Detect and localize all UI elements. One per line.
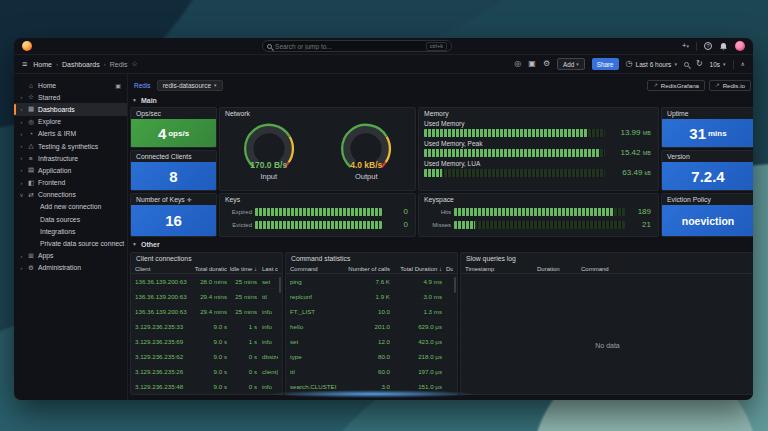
search-box[interactable]: ctrl+k [262,40,452,52]
column-header[interactable]: Number of calls [342,266,390,272]
cell-command: ping [290,278,342,285]
sidebar-item[interactable]: › ⚙ Administration [14,262,127,274]
panels-icon[interactable]: ▣ [528,60,536,68]
dashboard-link[interactable]: ↗RedisGrafana [647,80,705,91]
settings-gear-icon[interactable]: ⚙ [543,60,550,68]
bar-value: 63.49 kB [605,168,651,177]
column-header[interactable]: Client [135,266,191,272]
column-header[interactable]: Command [581,266,750,272]
grafana-logo-icon[interactable] [22,41,32,51]
dashboard-link[interactable]: ↗Redis.io [709,80,751,91]
cell-client: 3.129.236.235:33 [135,323,191,330]
breadcrumb-home[interactable]: Home [33,61,52,68]
stat-value-ops: 4ops/s [131,119,216,147]
favorite-star-icon[interactable]: ☆ [132,60,138,68]
bell-icon[interactable] [719,42,728,51]
column-header[interactable]: Last cc [257,266,278,272]
sidebar-item[interactable]: Data sources [14,213,127,225]
help-icon[interactable]: ? [704,42,712,50]
cell-calls: 60.0 [342,368,390,375]
lcd-bar [454,208,625,216]
dashboard-content: Redis redis-datasource▾ ↗RedisGrafana ↗R… [128,74,753,400]
sidebar-item-icon: ⌂ [27,82,35,89]
panel-title[interactable]: Memory [419,108,658,119]
refresh-interval-picker[interactable]: 10s▾ [710,61,726,68]
panel-number-of-keys: Number of Keys✛ 16 [130,193,217,237]
gauge-value: 4.0 kB/s [322,160,410,170]
column-header[interactable]: Total duratic [191,266,227,272]
sidebar-item[interactable]: Private data source connect [14,237,127,249]
panel-title[interactable]: Client connections [131,253,282,264]
sidebar-item[interactable]: › ◔ Alerts & IRM [14,128,127,140]
panel-title[interactable]: Command statistics [286,253,457,264]
cell-calls: 201.0 [342,323,390,330]
share-button[interactable]: Share [592,58,619,70]
memory-bar: Used Memory, LUA 63.49 kB [424,160,651,177]
time-range-picker[interactable]: ◷Last 6 hours▾ [626,60,677,68]
sidebar-item-label: Data sources [40,216,80,223]
panel-title[interactable]: Keys [220,194,415,205]
column-header[interactable]: Timestamp [465,266,537,272]
chevron-icon: › [19,167,24,173]
datasource-dropdown[interactable]: redis-datasource▾ [157,80,223,91]
view-icon[interactable]: ◎ [514,60,521,68]
panel-title[interactable]: Slow queries log [461,253,753,264]
cell-duration: 9.0 s [191,353,227,360]
gauge-value: 170.0 B/s [225,160,313,170]
main-panels: Ops/sec 4ops/s Connected Clients 8 Numbe… [130,107,753,237]
sidebar-item[interactable]: › ☆ Starred [14,91,127,103]
breadcrumb-current[interactable]: Redis [110,61,128,68]
column-header[interactable]: Total Duration ↓ [390,266,442,272]
chevron-icon: › [19,143,24,149]
menu-toggle-icon[interactable]: ≡ [22,60,27,69]
cell-total-duration: 1.3 ms [390,308,442,315]
refresh-icon[interactable]: ↻ [696,60,703,68]
sidebar-item-label: Dashboards [38,106,75,113]
user-avatar[interactable] [735,41,745,51]
column-header[interactable]: Idle time ↓ [227,266,257,272]
column-header[interactable]: Duration [537,266,581,272]
section-other[interactable]: ▼ Other [130,237,753,251]
scrollbar[interactable] [454,277,456,293]
bar-gauge-row: Misses 21 [421,220,651,229]
search-input[interactable] [275,43,423,50]
stat-value-keys: 16 [131,205,216,236]
zoom-out-icon[interactable] [684,62,689,67]
panel-title[interactable]: Network [220,108,415,119]
collapse-toolbar-icon[interactable]: ∧ [741,61,745,67]
new-menu-button[interactable]: +▾ [682,42,689,50]
sidebar-item[interactable]: Add new connection [14,201,127,213]
sidebar-item[interactable]: ∨ ⇄ Connections [14,189,127,201]
sidebar-item[interactable]: ⌂ Home ▣ [14,79,127,91]
sidebar-item[interactable]: › △ Testing & synthetics [14,140,127,152]
panel-title[interactable]: Ops/sec [131,108,216,119]
column-header[interactable]: Command [290,266,342,272]
sidebar-item[interactable]: › ▤ Application [14,164,127,176]
sidebar-item-label: Integrations [40,228,76,235]
panel-title[interactable]: Connected Clients [131,151,216,162]
cell-command: type [290,353,342,360]
section-collapse-icon: ▼ [132,241,137,247]
sidebar-item[interactable]: › ⊞ Apps [14,250,127,262]
panel-title[interactable]: Version [662,151,753,162]
sidebar-item[interactable]: › ▦ Dashboards [14,103,127,115]
add-button[interactable]: Add▾ [557,58,585,70]
panel-eviction-policy: Eviction Policy noeviction [661,193,753,237]
breadcrumb-dashboards[interactable]: Dashboards [62,61,100,68]
section-main[interactable]: ▼ Main [130,93,753,107]
sidebar-item-label: Private data source connect [40,240,124,247]
scrollbar[interactable] [279,277,281,293]
table-row: hello 201.0 629.0 µs [286,319,457,334]
stat-value-uptime: 31mins [662,119,753,147]
sidebar-item[interactable]: › ◎ Explore [14,116,127,128]
panel-title[interactable]: Uptime [662,108,753,119]
cell-idle: 0 s [227,368,257,375]
column-header[interactable]: Durati [442,266,453,272]
panel-title[interactable]: Eviction Policy [662,194,753,205]
panel-title[interactable]: Keyspace [419,194,658,205]
panel-title[interactable]: Number of Keys✛ [131,194,216,205]
drag-handle-icon[interactable]: ✛ [187,197,192,203]
sidebar-item[interactable]: › ≡ Infrastructure [14,152,127,164]
sidebar-item[interactable]: Integrations [14,225,127,237]
sidebar-item[interactable]: › ◧ Frontend [14,177,127,189]
